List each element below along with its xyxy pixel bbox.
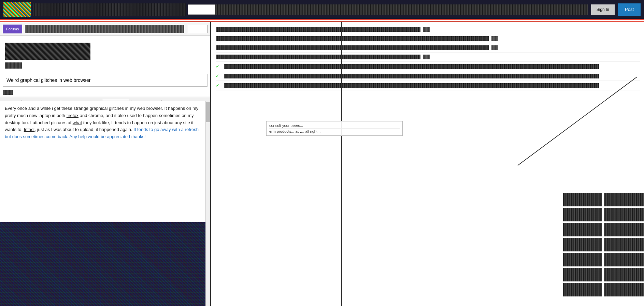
- editor-content-area: Every once and a while i get these stran…: [0, 101, 210, 306]
- link-infact: Infact: [24, 127, 35, 132]
- title-area: [0, 36, 210, 72]
- right-panel: ✓ ✓ ✓ consult your peers... erm products…: [212, 22, 644, 306]
- list-arrow-4: [423, 55, 430, 59]
- bottom-block-4: [563, 238, 602, 251]
- list-text-glitch-3: [216, 45, 489, 50]
- post-button[interactable]: Post: [618, 3, 641, 16]
- bottom-block-5: [563, 253, 602, 266]
- list-item: [216, 53, 640, 62]
- list-item: [216, 34, 640, 43]
- link-what: what: [73, 120, 82, 125]
- top-header: Sign In Post: [0, 0, 644, 20]
- checkmark-icon-7: ✓: [216, 83, 221, 88]
- left-sub-header: Forums: [0, 22, 210, 36]
- sign-in-button[interactable]: Sign In: [591, 4, 615, 15]
- header-text-glitch: [33, 3, 186, 16]
- link-firefox: firefox: [67, 113, 78, 118]
- list-arrow-1: [423, 27, 430, 32]
- subtitle-glitch: [5, 62, 22, 69]
- scrollbar-thumb: [206, 102, 210, 122]
- bottom-block-r3: [604, 223, 644, 236]
- top-search-bar-glitch: [215, 4, 588, 15]
- logo-area: [3, 2, 215, 17]
- bottom-block-3: [563, 223, 602, 236]
- glitch-image-attachment: [0, 222, 205, 306]
- list-item: ✓: [216, 71, 640, 81]
- bottom-block-r4: [604, 238, 644, 251]
- list-text-glitch-2: [216, 36, 489, 41]
- editor-scrollbar[interactable]: [205, 101, 210, 306]
- tags-area: [0, 88, 210, 97]
- bottom-block-1: [563, 193, 602, 206]
- list-text-glitch-6: [224, 74, 599, 78]
- list-text-glitch-5: [224, 64, 599, 69]
- list-text-glitch-4: [216, 55, 420, 59]
- list-item: [216, 43, 640, 53]
- glitch-pattern: [0, 222, 205, 306]
- bottom-block-r7: [604, 283, 644, 296]
- logo-glitch: [3, 2, 31, 17]
- context-hint-line2: erm products... adv... all right...: [269, 129, 400, 134]
- right-panel-list: ✓ ✓ ✓: [212, 22, 644, 93]
- list-text-glitch-1: [216, 27, 420, 32]
- context-hint-line1: consult your peers...: [269, 123, 400, 129]
- bottom-block-7: [563, 283, 602, 296]
- bottom-block-r5: [604, 253, 644, 266]
- list-item: ✓: [216, 81, 640, 90]
- header-search-input[interactable]: [188, 4, 215, 15]
- bottom-block-6: [563, 268, 602, 281]
- breadcrumb-glitch: [25, 25, 184, 33]
- bottom-right-col1: [563, 193, 602, 306]
- list-item: ✓: [216, 62, 640, 71]
- list-item: [216, 25, 640, 34]
- editor-text-body[interactable]: Every once and a while i get these stran…: [0, 101, 210, 142]
- bottom-block-r2: [604, 208, 644, 221]
- title-input-area: [0, 72, 210, 88]
- site-title-glitch: [5, 43, 90, 60]
- right-panel-divider: [341, 22, 342, 306]
- bottom-right-area: [563, 193, 644, 306]
- bottom-block-2: [563, 208, 602, 221]
- post-title-input[interactable]: [3, 74, 207, 87]
- bottom-block-r6: [604, 268, 644, 281]
- tag-glitch: [3, 90, 13, 95]
- sub-header-input[interactable]: [187, 25, 207, 33]
- left-panel: Forums ↩ ↪ B I U S̶: [0, 22, 211, 306]
- bottom-right-col2: [604, 193, 644, 306]
- forums-button[interactable]: Forums: [3, 25, 22, 33]
- list-text-glitch-7: [224, 83, 599, 88]
- checkmark-icon-6: ✓: [216, 73, 221, 78]
- checkmark-icon-5: ✓: [216, 64, 221, 69]
- context-menu-hint: consult your peers... erm products... ad…: [266, 121, 403, 136]
- list-arrow-2: [491, 36, 498, 41]
- bottom-block-r1: [604, 193, 644, 206]
- top-right-area: Sign In Post: [215, 3, 641, 16]
- list-arrow-3: [491, 45, 498, 50]
